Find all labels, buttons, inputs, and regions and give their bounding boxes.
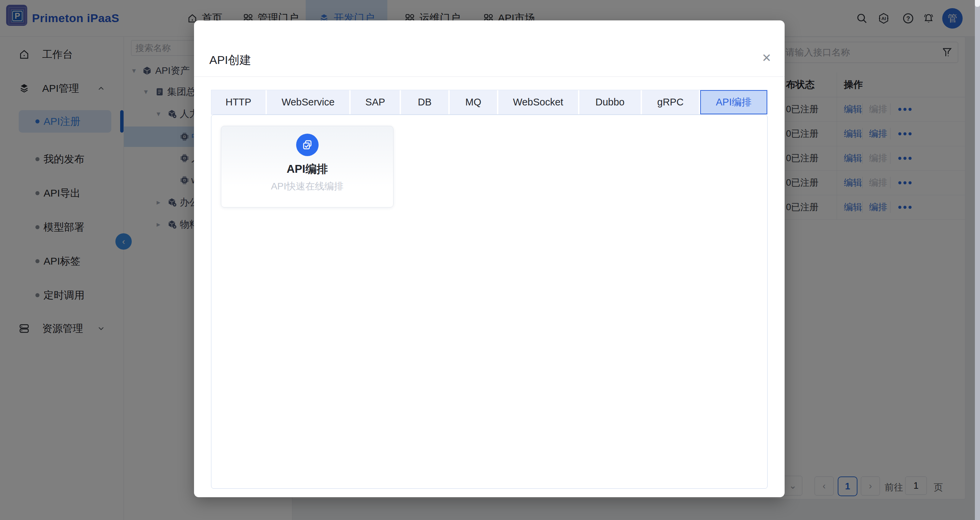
card-title: API编排 <box>221 162 393 177</box>
modal-content-area: API编排 API快速在线编排 <box>211 115 768 489</box>
app-screen: P Primeton iPaaS 首页 管理门户 开发门户 运维门户 API市场… <box>0 0 980 520</box>
tab-http[interactable]: HTTP <box>212 90 266 114</box>
close-icon[interactable]: ✕ <box>759 50 774 65</box>
tab-websocket[interactable]: WebSocket <box>498 90 578 114</box>
card-description: API快速在线编排 <box>221 180 393 193</box>
scrollbar-track-cap <box>975 0 980 7</box>
orchestration-icon <box>296 134 318 156</box>
tab-dubbo[interactable]: Dubbo <box>579 90 641 114</box>
protocol-tabs: HTTP WebService SAP DB MQ WebSocket Dubb… <box>211 90 768 115</box>
api-create-modal: API创建 ✕ HTTP WebService SAP DB MQ WebSoc… <box>194 21 784 497</box>
page-scrollbar[interactable] <box>975 0 980 520</box>
tab-mq[interactable]: MQ <box>450 90 497 114</box>
tab-webservice[interactable]: WebService <box>267 90 350 114</box>
tab-grpc[interactable]: gRPC <box>642 90 699 114</box>
tab-api-orchestration[interactable]: API编排 <box>700 90 767 114</box>
tab-db[interactable]: DB <box>401 90 448 114</box>
api-orchestration-card[interactable]: API编排 API快速在线编排 <box>221 126 393 208</box>
tab-sap[interactable]: SAP <box>351 90 399 114</box>
modal-title: API创建 <box>209 52 251 68</box>
modal-header-divider <box>194 76 784 77</box>
